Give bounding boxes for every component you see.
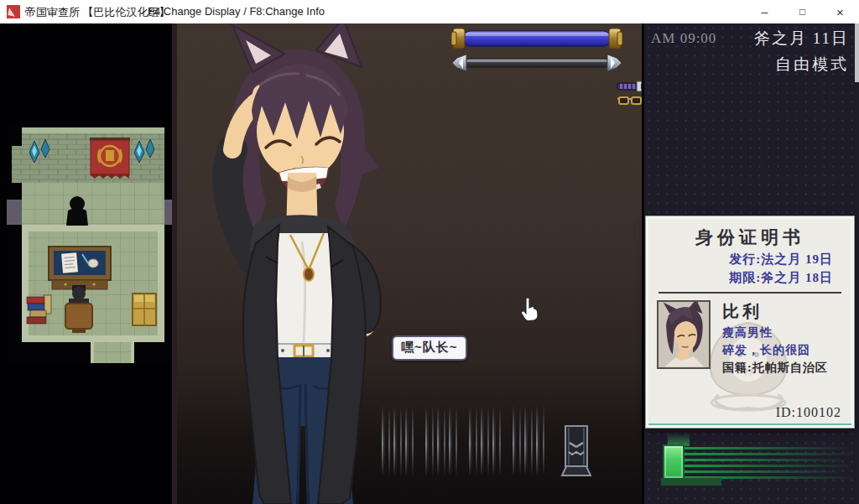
id-card-accent-line [648, 423, 851, 425]
id-card-name: 比利 [722, 300, 828, 323]
green-gauge-fill [663, 444, 685, 480]
speech-bubble: 嘿~队长~ [392, 335, 467, 361]
stage: 嘿~队长~ [172, 23, 644, 504]
speech-bubble-text: 嘿~队长~ [401, 340, 458, 354]
id-card-hair: 碎发，长的很囧 [722, 343, 828, 358]
calendar-date: 斧之月 11日 [754, 28, 849, 49]
gold-glasses-icon[interactable] [617, 94, 643, 107]
minimap-panel [0, 23, 172, 504]
close-button[interactable]: × [821, 0, 859, 23]
minimap [7, 124, 173, 363]
map-corridor-left [7, 200, 22, 225]
green-gauge-base [661, 478, 721, 486]
light-streak-group [382, 405, 417, 476]
gray-gauge [451, 53, 622, 73]
id-card-photo [657, 300, 711, 369]
id-card-number: ID:100102 [776, 405, 841, 420]
info-panel: AM 09:00 斧之月 11日 自由模式 身份证明书 发行:法之月 19日 期… [644, 23, 859, 504]
demon-face-statue-icon [555, 424, 597, 476]
map-desk [49, 247, 111, 289]
map-crate [133, 294, 156, 325]
hand-cursor [518, 296, 539, 323]
id-card-build: 瘦高男性 [722, 325, 828, 340]
light-streaks [382, 405, 566, 476]
id-card-title: 身份证明书 [648, 226, 851, 249]
map-corridor-bottom [94, 342, 131, 363]
game-viewport: 嘿~队长~ AM [0, 23, 859, 504]
id-card-divider [659, 292, 841, 294]
green-gauge [661, 433, 854, 485]
hotkeys-hint: F4:Change Display / F8:Change Info [148, 5, 325, 18]
purple-baton-icon[interactable] [617, 79, 643, 94]
light-streak-group [425, 405, 461, 476]
id-card-expires: 期限:斧之月 18日 [648, 270, 851, 286]
map-floor-upper [22, 183, 164, 225]
app-icon [7, 5, 20, 18]
game-mode-label: 自由模式 [775, 54, 849, 75]
maximize-button[interactable]: □ [784, 0, 821, 23]
id-card-issued: 发行:法之月 19日 [648, 252, 851, 268]
blue-gauge [451, 28, 622, 49]
edge-strip [855, 23, 859, 82]
map-banner [90, 138, 130, 179]
light-streak-group [469, 405, 504, 476]
id-card-nationality: 国籍:托帕斯自治区 [722, 361, 828, 376]
game-window: 帝国审查所 【巴比伦汉化组】 F4:Change Display / F8:Ch… [0, 0, 859, 504]
clock-time: AM 09:00 [651, 30, 716, 47]
id-card[interactable]: 身份证明书 发行:法之月 19日 期限:斧之月 18日 [646, 216, 854, 428]
light-streak-group [513, 405, 548, 476]
minimize-button[interactable]: – [746, 0, 784, 23]
titlebar: 帝国审查所 【巴比伦汉化组】 F4:Change Display / F8:Ch… [0, 0, 859, 23]
